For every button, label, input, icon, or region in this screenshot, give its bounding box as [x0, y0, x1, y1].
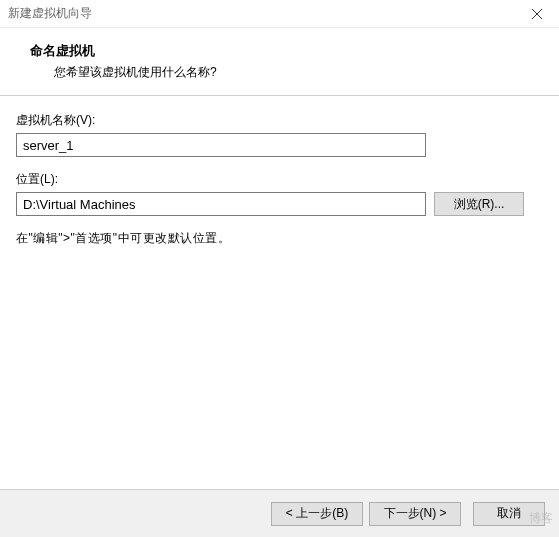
window-title: 新建虚拟机向导: [8, 5, 92, 22]
back-button[interactable]: < 上一步(B): [271, 502, 363, 526]
location-group: 位置(L): 浏览(R)...: [16, 171, 543, 216]
vm-name-group: 虚拟机名称(V):: [16, 112, 543, 157]
content-area: 虚拟机名称(V): 位置(L): 浏览(R)... 在"编辑">"首选项"中可更…: [0, 96, 559, 247]
close-button[interactable]: [517, 0, 557, 28]
location-row: 浏览(R)...: [16, 192, 543, 216]
hint-text: 在"编辑">"首选项"中可更改默认位置。: [16, 230, 543, 247]
titlebar: 新建虚拟机向导: [0, 0, 559, 28]
wizard-header: 命名虚拟机 您希望该虚拟机使用什么名称?: [0, 28, 559, 96]
location-label: 位置(L):: [16, 171, 543, 188]
close-icon: [532, 9, 542, 19]
page-heading: 命名虚拟机: [30, 42, 539, 60]
wizard-footer: < 上一步(B) 下一步(N) > 取消: [0, 489, 559, 537]
vm-name-input[interactable]: [16, 133, 426, 157]
location-input[interactable]: [16, 192, 426, 216]
page-subtext: 您希望该虚拟机使用什么名称?: [30, 64, 539, 81]
browse-button[interactable]: 浏览(R)...: [434, 192, 524, 216]
vm-name-label: 虚拟机名称(V):: [16, 112, 543, 129]
cancel-button[interactable]: 取消: [473, 502, 545, 526]
next-button[interactable]: 下一步(N) >: [369, 502, 461, 526]
